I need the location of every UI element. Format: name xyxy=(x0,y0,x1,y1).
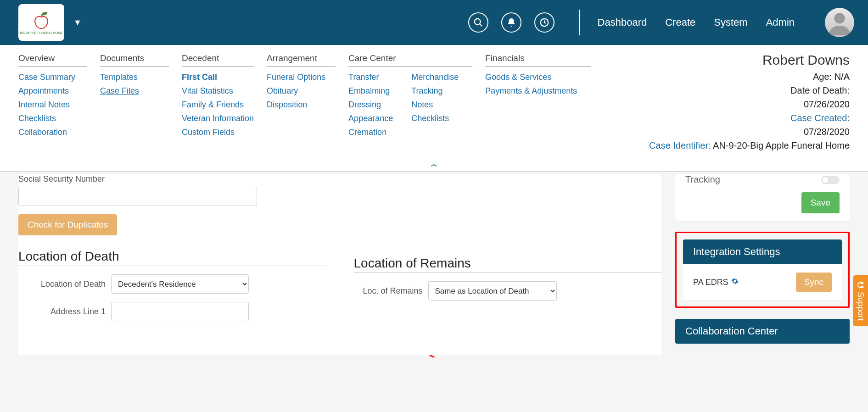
logo-text: BIG APPLE FUNERAL HOME xyxy=(20,31,63,34)
nav-create[interactable]: Create xyxy=(665,17,695,28)
annotation-arrow xyxy=(425,355,554,357)
nav-admin[interactable]: Admin xyxy=(766,17,795,28)
link-first-call[interactable]: First Call xyxy=(182,70,254,84)
col-overview: Overview Case Summary Appointments Inter… xyxy=(18,53,87,152)
col-documents: Documents Templates Case Files xyxy=(100,53,169,152)
highlight-annotation: Integration Settings PA EDRS Sync xyxy=(675,232,850,308)
section-location-of-death: Location of Death xyxy=(18,249,326,266)
col-financials: Financials Goods & Services Payments & A… xyxy=(485,53,591,152)
col-heading-financials: Financials xyxy=(485,53,591,67)
col-heading-carecenter: Care Center xyxy=(348,53,472,67)
person-icon xyxy=(827,10,852,35)
location-of-death-select[interactable]: Decedent's Residence xyxy=(111,274,249,294)
link-merchandise[interactable]: Merchandise xyxy=(411,70,459,84)
link-tracking[interactable]: Tracking xyxy=(411,84,459,98)
integration-settings-gear[interactable] xyxy=(731,278,739,287)
link-transfer[interactable]: Transfer xyxy=(348,70,393,84)
svg-line-2 xyxy=(480,24,482,26)
col-heading-arrangement: Arrangement xyxy=(267,53,336,67)
user-avatar[interactable] xyxy=(825,8,854,37)
sync-button[interactable]: Sync xyxy=(796,273,832,292)
primary-nav: Dashboard Create System Admin xyxy=(598,17,795,28)
dod-value: 07/26/2020 xyxy=(649,97,850,111)
nav-dashboard[interactable]: Dashboard xyxy=(598,17,647,28)
link-funeral-options[interactable]: Funeral Options xyxy=(267,70,336,84)
support-label: Support xyxy=(856,292,865,321)
lor-field-label: Loc. of Remains xyxy=(354,286,423,296)
link-payments-adjustments[interactable]: Payments & Adjustments xyxy=(485,84,591,98)
svg-line-5 xyxy=(430,355,540,357)
page-content: Social Security Number Check for Duplica… xyxy=(0,172,868,357)
link-internal-notes[interactable]: Internal Notes xyxy=(18,98,87,111)
nav-system[interactable]: System xyxy=(714,17,747,28)
link-goods-services[interactable]: Goods & Services xyxy=(485,70,591,84)
tracking-panel: Tracking Save xyxy=(675,174,850,221)
link-veteran-info[interactable]: Veteran Information xyxy=(182,111,254,125)
col-heading-documents: Documents xyxy=(100,53,169,67)
case-subnav: Overview Case Summary Appointments Inter… xyxy=(0,45,868,159)
col-carecenter: Care Center Transfer Embalming Dressing … xyxy=(348,53,472,152)
collapse-subnav[interactable]: ︽ xyxy=(0,159,868,172)
col-heading-overview: Overview xyxy=(18,53,87,67)
vertical-separator xyxy=(579,10,580,35)
top-bar: BIG APPLE FUNERAL HOME ▼ Dashboard Creat… xyxy=(0,0,868,45)
decedent-name: Robert Downs xyxy=(649,53,850,67)
svg-point-0 xyxy=(41,11,48,16)
chevron-up-icon: ︽ xyxy=(431,160,437,167)
col-arrangement: Arrangement Funeral Options Obituary Dis… xyxy=(267,53,336,152)
integration-panel-heading: Integration Settings xyxy=(683,239,842,264)
link-disposition[interactable]: Disposition xyxy=(267,98,336,111)
link-appointments[interactable]: Appointments xyxy=(18,84,87,98)
link-embalming[interactable]: Embalming xyxy=(348,84,393,98)
org-logo[interactable]: BIG APPLE FUNERAL HOME xyxy=(18,4,64,41)
link-custom-fields[interactable]: Custom Fields xyxy=(182,125,254,139)
history-button[interactable] xyxy=(534,12,554,33)
save-button[interactable]: Save xyxy=(801,192,840,213)
addr1-label: Address Line 1 xyxy=(18,307,106,317)
link-cremation[interactable]: Cremation xyxy=(348,125,393,139)
tracking-toggle[interactable] xyxy=(821,176,840,184)
svg-point-4 xyxy=(834,13,845,23)
location-of-remains-select[interactable]: Same as Location of Death xyxy=(428,281,557,301)
case-info-panel: Robert Downs Age: N/A Date of Death: 07/… xyxy=(649,53,850,152)
case-created-link[interactable]: Case Created: xyxy=(790,113,850,123)
age-value: N/A xyxy=(834,72,850,82)
link-checklists[interactable]: Checklists xyxy=(18,111,87,125)
case-id-link[interactable]: Case Identifier: xyxy=(649,140,711,150)
support-tab[interactable]: Support xyxy=(853,275,868,326)
search-button[interactable] xyxy=(468,12,488,33)
link-case-summary[interactable]: Case Summary xyxy=(18,70,87,84)
case-id-value: AN-9-20-Big Apple Funeral Home xyxy=(711,140,850,150)
check-duplicates-button[interactable]: Check for Duplicates xyxy=(18,214,117,235)
headset-icon xyxy=(857,281,865,289)
link-vital-statistics[interactable]: Vital Statistics xyxy=(182,84,254,98)
apple-icon xyxy=(32,11,50,29)
notifications-button[interactable] xyxy=(501,12,521,33)
col-decedent: Decedent First Call Vital Statistics Fam… xyxy=(182,53,254,152)
link-cc-checklists[interactable]: Checklists xyxy=(411,111,459,125)
age-label: Age: xyxy=(813,72,834,82)
search-icon xyxy=(473,17,483,28)
section-location-of-remains: Location of Remains xyxy=(354,256,662,273)
link-appearance[interactable]: Appearance xyxy=(348,111,393,125)
address-line-1-input[interactable] xyxy=(111,302,249,321)
tracking-label: Tracking xyxy=(685,174,720,185)
link-case-files[interactable]: Case Files xyxy=(100,84,169,98)
svg-point-1 xyxy=(474,19,480,25)
bell-icon xyxy=(506,17,516,28)
link-obituary[interactable]: Obituary xyxy=(267,84,336,98)
ssn-label: Social Security Number xyxy=(18,174,326,184)
link-collaboration[interactable]: Collaboration xyxy=(18,125,87,139)
dod-label: Date of Death: xyxy=(649,84,850,97)
link-dressing[interactable]: Dressing xyxy=(348,98,393,111)
collaboration-center-panel: Collaboration Center xyxy=(675,319,850,344)
clock-icon xyxy=(539,17,549,28)
link-family-friends[interactable]: Family & Friends xyxy=(182,98,254,111)
org-dropdown-caret[interactable]: ▼ xyxy=(73,18,82,28)
main-form-area: Social Security Number Check for Duplica… xyxy=(18,174,661,355)
gear-icon xyxy=(731,278,739,285)
link-templates[interactable]: Templates xyxy=(100,70,169,84)
ssn-input[interactable] xyxy=(18,187,257,206)
collab-panel-heading: Collaboration Center xyxy=(675,319,850,344)
link-notes[interactable]: Notes xyxy=(411,98,459,111)
